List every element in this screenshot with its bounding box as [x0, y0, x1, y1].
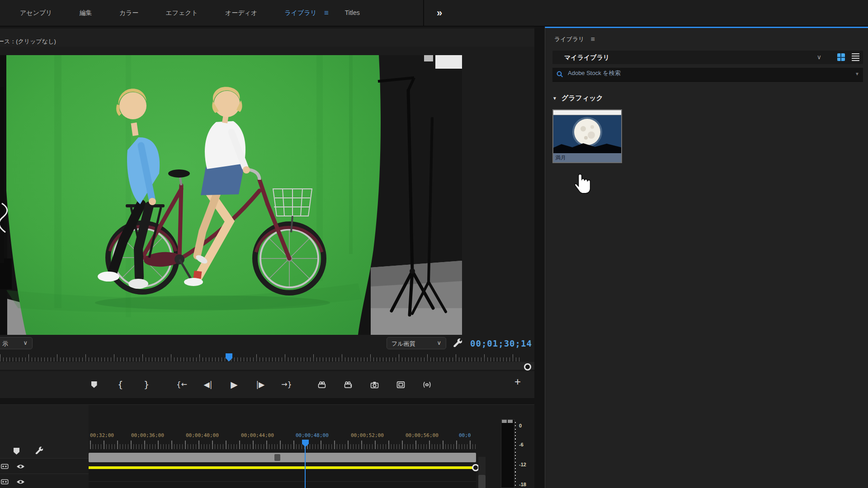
play-button[interactable]: ▶ — [224, 380, 244, 389]
ruler-minor-ticks — [0, 357, 521, 361]
list-view-icon[interactable] — [852, 53, 859, 61]
library-item-label-bar: 満月 — [553, 153, 621, 162]
timeline-playhead-line — [305, 446, 306, 488]
audio-meter — [501, 419, 514, 488]
timeline-vertical-scrollbar[interactable] — [478, 475, 486, 488]
timeline-time-ruler[interactable] — [89, 440, 476, 450]
playback-quality-dropdown[interactable]: フル画質 ∨ — [387, 337, 446, 349]
tabbar-divider — [423, 0, 424, 26]
add-marker-button[interactable] — [84, 381, 104, 388]
ruler-label: 00;32;00 — [90, 432, 114, 438]
meter-scale-label: -6 — [519, 442, 524, 447]
scrollbar-handle[interactable] — [274, 454, 280, 461]
search-input[interactable] — [567, 69, 804, 77]
ruler-label: 00;00;40;00 — [186, 432, 219, 438]
chevron-down-icon: ∨ — [817, 53, 821, 61]
moon-thumbnail — [553, 115, 621, 153]
source-monitor-panel: ース：(クリップなし) — [0, 27, 534, 398]
ruler-label: 00;00;36;00 — [131, 432, 164, 438]
grid-view-icon[interactable] — [837, 53, 845, 61]
timeline-panel: 00;32;00 00;00;36;00 00;00;40;00 00;00;4… — [0, 404, 534, 488]
safe-margins-button[interactable] — [391, 380, 410, 389]
insert-button[interactable] — [312, 380, 332, 389]
meter-scale-label: -12 — [519, 462, 526, 467]
timeline-add-marker-icon[interactable] — [14, 448, 19, 455]
timeline-track-area — [89, 469, 476, 488]
library-item-label: 満月 — [553, 153, 566, 162]
source-monitor-header: ース：(クリップなし) — [0, 27, 534, 47]
premiere-app-window: アセンブリ 編集 カラー エフェクト オーディオ ライブラリ ≡ Titles … — [0, 0, 868, 488]
mark-out-button[interactable]: } — [137, 380, 156, 389]
monitor-scrub-ruler[interactable] — [0, 353, 534, 362]
timeline-settings-wrench-icon[interactable] — [34, 446, 43, 456]
workspace-tab-editing[interactable]: 編集 — [66, 0, 106, 26]
library-selector-label: マイライブラリ — [564, 54, 609, 62]
current-timecode[interactable]: 00;01;30;14 — [470, 338, 532, 348]
section-collapse-triangle-icon: ▼ — [552, 96, 557, 101]
zoom-handle[interactable] — [524, 363, 531, 371]
hand-cursor — [575, 174, 591, 196]
section-title: グラフィック — [561, 94, 603, 103]
monitor-zoom-scrollbar[interactable] — [0, 362, 534, 370]
export-frame-button[interactable] — [364, 380, 384, 389]
track-badge-icon[interactable] — [1, 463, 9, 471]
audio-meter-cap-right — [508, 420, 513, 423]
workspace-tabbar: アセンブリ 編集 カラー エフェクト オーディオ ライブラリ ≡ Titles … — [0, 0, 868, 27]
go-to-in-button[interactable]: {← — [172, 380, 192, 389]
display-mode-dropdown[interactable]: 示 ∨ — [0, 337, 33, 349]
button-editor-badge[interactable] — [417, 380, 437, 389]
thumbnail-top-bar — [553, 110, 621, 115]
step-forward-button[interactable]: |▶ — [250, 380, 270, 389]
timeline-track-header — [0, 405, 89, 488]
search-icon — [557, 71, 563, 80]
go-to-out-button[interactable]: →} — [277, 380, 297, 389]
timeline-horizontal-scrollbar[interactable] — [89, 453, 476, 462]
libraries-panel: ライブラリ ≡ マイライブラリ ∨ ▼ ▼ グラフィック — [545, 27, 868, 488]
dropdown-arrow-icon[interactable]: ▼ — [855, 71, 859, 76]
track-divider — [89, 481, 476, 482]
workspace-tab-audio[interactable]: オーディオ — [212, 0, 271, 26]
transport-controls: { } {← ◀| ▶ |▶ →} — [0, 371, 534, 398]
libraries-panel-title: ライブラリ — [554, 35, 585, 43]
toggle-track-output-eye-icon[interactable] — [16, 463, 25, 471]
overwrite-button[interactable] — [338, 380, 358, 389]
button-editor-plus-button[interactable]: + — [514, 375, 521, 388]
track-row-v2 — [0, 458, 89, 474]
marker-icon — [91, 381, 97, 388]
ruler-label: 00;00;44;00 — [241, 432, 274, 438]
track-badge-icon[interactable] — [1, 479, 9, 487]
library-selector-dropdown[interactable]: マイライブラリ ∨ — [552, 51, 863, 64]
workspace-tab-assembly[interactable]: アセンブリ — [6, 0, 66, 26]
libraries-panel-header: ライブラリ ≡ — [554, 35, 595, 43]
track-row-v1 — [0, 474, 89, 488]
monitor-settings-wrench-icon[interactable] — [452, 337, 462, 349]
adobe-stock-search[interactable]: ▼ — [552, 68, 863, 82]
workspace-menu-icon[interactable]: ≡ — [324, 9, 329, 18]
mark-in-button[interactable]: { — [110, 380, 130, 389]
panel-menu-icon[interactable]: ≡ — [591, 35, 595, 43]
toggle-track-output-eye-icon[interactable] — [16, 479, 25, 487]
playback-quality-label: フル画質 — [392, 340, 415, 348]
library-item-full-moon[interactable]: 満月 — [552, 109, 622, 163]
display-mode-label: 示 — [2, 340, 8, 348]
chevron-down-icon: ∨ — [23, 339, 28, 346]
workspace-tab-color[interactable]: カラー — [106, 0, 152, 26]
workspace-tab-titles[interactable]: Titles — [331, 0, 373, 26]
greenscreen-scene — [0, 55, 462, 335]
video-preview — [0, 55, 462, 335]
ruler-label: 00;00;52;00 — [351, 432, 384, 438]
graphics-section-header[interactable]: ▼ グラフィック — [552, 94, 603, 103]
workspace-tab-effects[interactable]: エフェクト — [152, 0, 212, 26]
ruler-minor-ticks — [90, 444, 476, 449]
ruler-label: 00;00;48;00 — [296, 432, 329, 438]
meter-scale-label: 0 — [519, 423, 522, 428]
ruler-label: 00;00;56;00 — [406, 432, 439, 438]
meter-scale-label: -18 — [519, 482, 526, 487]
step-back-button[interactable]: ◀| — [198, 380, 218, 389]
source-monitor-title: ース：(クリップなし) — [0, 38, 56, 46]
workspace-tab-libraries[interactable]: ライブラリ — [271, 0, 330, 26]
audio-meter-cap-left — [502, 420, 507, 423]
chevron-down-icon: ∨ — [437, 339, 441, 346]
workspace-overflow-button[interactable]: » — [430, 0, 448, 26]
ruler-label: 00;0 — [459, 432, 471, 438]
